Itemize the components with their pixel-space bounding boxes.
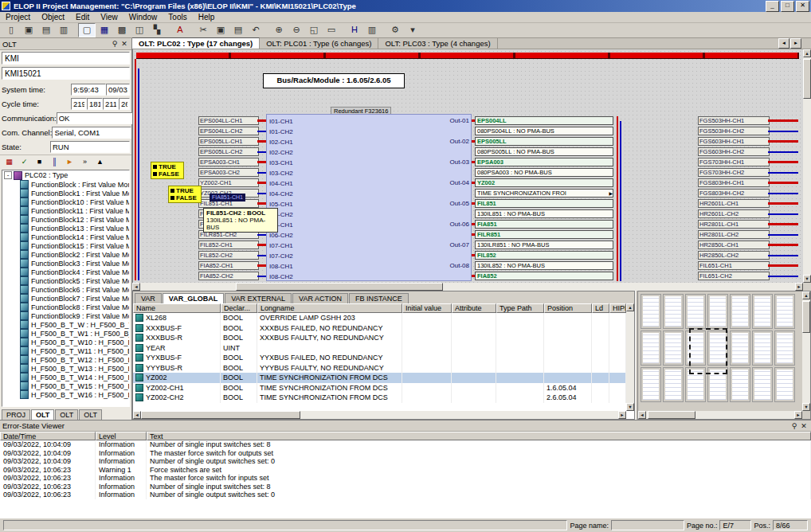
system-date-field[interactable] <box>106 84 130 96</box>
signal-label[interactable]: FGS603HH-CH1 <box>698 137 770 146</box>
signal-label[interactable]: FIL651-CH2 <box>698 272 770 280</box>
minimize-button[interactable]: _ <box>766 1 779 12</box>
variables-vertical-scrollbar[interactable]: ▲ ▼ <box>626 303 634 411</box>
tab-scroll-left-icon[interactable]: ◄ <box>778 38 789 49</box>
signal-label[interactable]: FIL852-CH2 <box>198 251 259 260</box>
scroll-up-icon[interactable]: ▲ <box>802 291 810 299</box>
signal-label[interactable]: FGS603HH-CH2 <box>698 147 770 156</box>
output-label[interactable]: 130IL852 : NO PMA-BUS <box>475 261 613 270</box>
menu-item[interactable]: Tools <box>163 12 192 22</box>
document-tab[interactable]: OLT: PLC01 : Type (6 changes) <box>260 38 378 49</box>
output-pin-label[interactable]: Out-04 <box>450 178 469 199</box>
cycle-time-field-1[interactable] <box>71 98 87 110</box>
error-row[interactable]: 09/03/2022, 10:04:09 Information Number … <box>0 457 811 466</box>
signal-label[interactable]: EPS005LL-CH1 <box>198 137 259 146</box>
signal-label[interactable]: FIA852-CH1 <box>198 261 259 270</box>
eject-icon[interactable]: ▲ <box>92 156 108 169</box>
settings-gear-icon[interactable]: ⚙ <box>386 23 404 37</box>
channel-input-label[interactable]: I04-CH2 <box>269 189 293 199</box>
signal-label[interactable]: HR2601L-CH1 <box>698 199 770 208</box>
diagram-vertical-scrollbar[interactable]: ▲ ▼ <box>803 49 811 283</box>
step-icon[interactable]: » <box>77 156 92 169</box>
tree-item[interactable]: FunctionBlock13 : First Value Monitoring <box>2 224 129 233</box>
accept-icon[interactable]: ✓ <box>17 156 32 169</box>
variable-tab[interactable]: VAR EXTERNAL <box>225 293 292 303</box>
cut-icon[interactable]: ✂ <box>194 23 212 37</box>
close-button[interactable]: ✕ <box>796 1 809 12</box>
signal-label[interactable]: HR2850L-CH2 <box>698 251 770 260</box>
channel-input-label[interactable]: I08-CH2 <box>269 272 293 282</box>
zoom-region-icon[interactable]: ◱ <box>305 23 323 37</box>
tree-item[interactable]: H_F500_B_T_W15 : H_F500_B_T_W <box>2 381 129 390</box>
channel-input-label[interactable]: I03-CH2 <box>269 168 293 178</box>
minimap-page-tile[interactable] <box>663 367 684 402</box>
state-field[interactable] <box>50 141 130 153</box>
signal-label[interactable]: FIA852-CH2 <box>198 272 259 280</box>
output-pin-label[interactable]: Out-06 <box>450 220 469 241</box>
grid-view-icon[interactable]: ▩ <box>113 23 131 37</box>
variable-tab[interactable]: VAR <box>135 293 162 303</box>
variable-row[interactable]: YZ002-CH2 BOOL TIME SYNCHRONIZATION FROM… <box>133 393 626 403</box>
output-pin-label[interactable]: Out-05 <box>450 199 469 220</box>
minimap-page-tile[interactable] <box>707 294 728 329</box>
minimap-page-tile[interactable] <box>641 294 661 329</box>
output-label[interactable]: FIL851 <box>475 199 613 208</box>
minimap-page-tile[interactable] <box>730 331 750 366</box>
panel-tab[interactable]: OLT <box>79 409 102 420</box>
scroll-left-icon[interactable]: ◄ <box>133 411 141 419</box>
error-row[interactable]: 09/03/2022, 10:04:09 Information The mas… <box>0 449 811 458</box>
column-header[interactable]: Name <box>133 303 221 313</box>
system-time-field[interactable] <box>71 84 106 96</box>
communication-field[interactable] <box>57 112 136 124</box>
signal-label[interactable]: HR2801L-CH1 <box>698 220 770 229</box>
channel-input-label[interactable]: I08-CH1 <box>269 261 293 272</box>
output-label[interactable]: 080PS005LL : NO PMA-BUS <box>475 147 613 156</box>
variable-tab[interactable]: VAR_GLOBAL <box>163 293 224 303</box>
output-label[interactable]: 130ILR851 : NO PMA-BUS <box>475 241 613 249</box>
variable-tab[interactable]: VAR ACTION <box>292 293 348 303</box>
scroll-right-icon[interactable]: ► <box>618 411 626 419</box>
output-label[interactable]: 080PSA003 : NO PMA-BUS <box>475 168 613 177</box>
scroll-down-icon[interactable]: ▼ <box>626 403 634 411</box>
scroll-down-icon[interactable]: ▼ <box>803 275 811 283</box>
zoom-in-icon[interactable]: ⊕ <box>270 23 288 37</box>
channel-input-label[interactable]: I02-CH1 <box>269 137 293 147</box>
output-label[interactable]: 130IL851 : NO PMA-BUS <box>475 209 613 218</box>
pin-icon[interactable]: ⚲ <box>789 422 799 430</box>
open-object-icon[interactable]: ▣ <box>20 23 37 37</box>
minimap-page-tile[interactable] <box>752 294 773 329</box>
gear-menu-dropdown-icon[interactable]: ▾ <box>404 23 421 37</box>
panel-close-icon[interactable]: ✕ <box>119 40 129 48</box>
minimap-page-tile[interactable] <box>641 331 661 366</box>
variable-row[interactable]: YZ002 BOOL TIME SYNCHRONIZATION FROM DCS <box>133 373 626 383</box>
output-pin-label[interactable]: Out-07 <box>450 241 469 261</box>
signal-label[interactable]: FGS703HH-CH1 <box>698 158 770 166</box>
error-row[interactable]: 09/03/2022, 10:06:23 Warning 1 Force swi… <box>0 466 811 475</box>
tree-item[interactable]: FunctionBlock10 : First Value Monitoring <box>2 198 129 206</box>
column-header[interactable]: Initial value <box>402 303 452 313</box>
menu-item[interactable]: Object <box>36 12 70 22</box>
column-header[interactable]: Type Path <box>496 303 544 313</box>
maximize-button[interactable]: □ <box>781 1 794 12</box>
pause-icon[interactable]: ║ <box>47 156 62 169</box>
menu-item[interactable]: Window <box>123 12 163 22</box>
tree-item[interactable]: FunctionBlock3 : First Value Monitoring <box>2 259 129 268</box>
tree-item[interactable]: H_F500_B_T_W14 : H_F500_B_T_W <box>2 373 129 381</box>
bus-rack-module-label[interactable]: Bus/Rack/Module : 1.6.05/2.6.05 <box>263 73 405 88</box>
channel-input-label[interactable]: I07-CH1 <box>269 241 293 251</box>
channel-input-label[interactable]: I02-CH2 <box>269 147 293 158</box>
scroll-thumb[interactable] <box>236 283 443 291</box>
print-range-icon[interactable]: ▥ <box>363 23 381 37</box>
tree-item[interactable]: FunctionBlock : First Value Monitoring <box>2 180 129 189</box>
run-icon[interactable]: ► <box>62 156 77 169</box>
tree-item[interactable]: H_F500_B_T_W : H_F500_B_T_W <box>2 320 129 329</box>
signal-label[interactable]: FGS503HH-CH1 <box>698 116 770 125</box>
panel-tab[interactable]: PROJ <box>2 409 30 420</box>
panel-tab[interactable]: OLT <box>31 409 54 420</box>
diagram-horizontal-scrollbar[interactable]: ◄ ► <box>132 283 803 291</box>
channel-input-label[interactable]: I01-CH2 <box>269 127 293 137</box>
minimap-page-tile[interactable] <box>663 294 684 329</box>
new-document-icon[interactable]: ▯ <box>2 23 20 37</box>
error-row[interactable]: 09/03/2022, 10:06:23 Information The mas… <box>0 474 811 483</box>
tree-item[interactable]: FunctionBlock15 : First Value Monitoring <box>2 241 129 250</box>
